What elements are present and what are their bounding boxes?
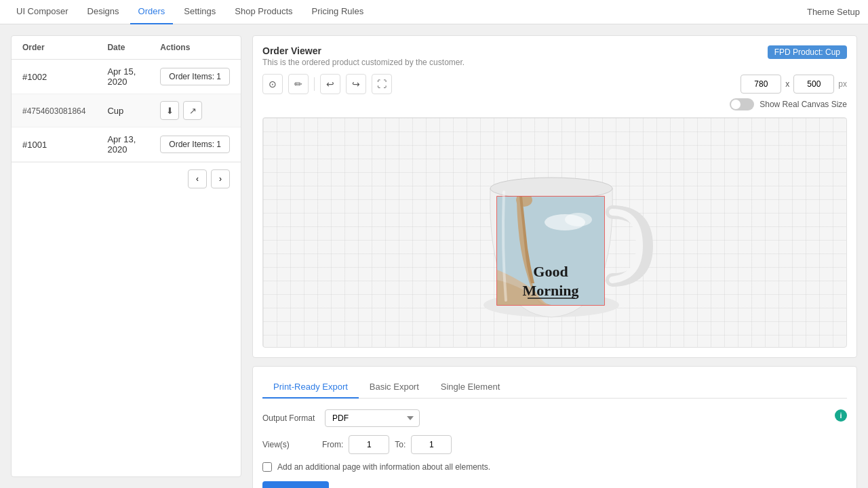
export-form: Output Format PDF PNG JPEG SVG View(s) F… xyxy=(262,409,829,488)
nav-item-shop-products[interactable]: Shop Products xyxy=(226,0,300,24)
table-row: #1002 Apr 15, 2020 Order Items: 1 xyxy=(12,60,241,94)
svg-point-5 xyxy=(565,213,592,226)
col-order: Order xyxy=(12,36,96,60)
order-date-1001: Apr 13, 2020 xyxy=(96,127,149,162)
undo-button[interactable]: ↩ xyxy=(320,74,340,94)
sub-row-download-button[interactable]: ⬇ xyxy=(160,101,179,120)
pagination: ‹ › xyxy=(12,162,241,195)
tab-print-ready[interactable]: Print-Ready Export xyxy=(262,376,359,399)
undo-icon: ↩ xyxy=(326,79,334,89)
order-action-1002: Order Items: 1 xyxy=(149,60,241,94)
output-format-select[interactable]: PDF PNG JPEG SVG xyxy=(325,409,420,427)
mug-container: Good Morning xyxy=(446,134,663,331)
canvas-size-inputs: x px xyxy=(741,75,847,94)
nav-item-orders[interactable]: Orders xyxy=(130,0,174,24)
views-row: View(s) From: To: xyxy=(262,435,829,454)
order-date-1002: Apr 15, 2020 xyxy=(96,60,149,94)
fullscreen-icon: ⛶ xyxy=(377,79,387,89)
mug-illustration: Good Morning xyxy=(446,134,663,331)
additional-page-checkbox[interactable] xyxy=(262,462,272,472)
fullscreen-button[interactable]: ⛶ xyxy=(372,74,392,94)
viewer-subtitle: This is the ordered product customized b… xyxy=(262,58,465,67)
redo-button[interactable]: ↪ xyxy=(346,74,366,94)
export-content-row: Output Format PDF PNG JPEG SVG View(s) F… xyxy=(262,409,847,488)
real-canvas-label: Show Real Canvas Size xyxy=(760,100,847,109)
share-icon: ↗ xyxy=(189,106,197,116)
canvas-area: Good Morning xyxy=(262,117,847,348)
right-panel: Order Viewer This is the ordered product… xyxy=(252,35,857,477)
top-nav: UI Composer Designs Orders Settings Shop… xyxy=(0,0,868,24)
svg-text:Morning: Morning xyxy=(522,282,578,299)
order-id-1002: #1002 xyxy=(12,60,96,94)
sub-row-id: #4754603081864 xyxy=(12,94,96,127)
viewer-header: Order Viewer This is the ordered product… xyxy=(262,45,847,67)
additional-page-label: Add an additional page with information … xyxy=(277,462,490,472)
canvas-height-input[interactable] xyxy=(793,75,834,94)
pencil-icon: ✏ xyxy=(294,79,302,89)
order-viewer: Order Viewer This is the ordered product… xyxy=(252,35,857,358)
nav-item-ui-composer[interactable]: UI Composer xyxy=(8,0,77,24)
select-tool-button[interactable]: ⊙ xyxy=(262,74,283,94)
order-items-button-1002[interactable]: Order Items: 1 xyxy=(160,68,230,85)
sub-row-actions-cell: ⬇ ↗ xyxy=(149,94,241,127)
canvas-size-toggle-row: Show Real Canvas Size xyxy=(262,98,847,110)
views-label: View(s) xyxy=(262,440,317,449)
order-items-button-1001[interactable]: Order Items: 1 xyxy=(160,136,230,153)
svg-point-1 xyxy=(490,178,612,199)
nav-item-pricing-rules[interactable]: Pricing Rules xyxy=(304,0,372,24)
nav-item-settings[interactable]: Settings xyxy=(176,0,224,24)
redo-icon: ↪ xyxy=(352,79,360,89)
main-layout: Order Date Actions #1002 Apr 15, 2020 Or… xyxy=(0,24,868,488)
orders-panel: Order Date Actions #1002 Apr 15, 2020 Or… xyxy=(11,35,241,477)
sub-row-product: Cup xyxy=(96,94,149,127)
order-action-1001: Order Items: 1 xyxy=(149,127,241,162)
viewer-title-group: Order Viewer This is the ordered product… xyxy=(262,45,465,67)
col-date: Date xyxy=(96,36,149,60)
from-label: From: xyxy=(322,440,343,449)
export-tabs: Print-Ready Export Basic Export Single E… xyxy=(262,376,847,399)
size-separator: x xyxy=(785,79,789,89)
toggle-knob xyxy=(731,100,741,109)
from-value-input[interactable] xyxy=(349,435,389,454)
to-value-input[interactable] xyxy=(411,435,452,454)
toolbar-divider xyxy=(314,77,315,91)
download-icon: ⬇ xyxy=(166,106,174,116)
viewer-title: Order Viewer xyxy=(262,45,465,56)
info-icon[interactable]: i xyxy=(835,409,847,422)
orders-table: Order Date Actions #1002 Apr 15, 2020 Or… xyxy=(12,36,241,162)
svg-text:Good: Good xyxy=(533,263,568,280)
nav-item-designs[interactable]: Designs xyxy=(79,0,127,24)
output-format-row: Output Format PDF PNG JPEG SVG xyxy=(262,409,829,427)
prev-page-button[interactable]: ‹ xyxy=(188,169,207,188)
real-canvas-toggle[interactable] xyxy=(730,98,754,110)
sub-row-share-button[interactable]: ↗ xyxy=(183,101,202,120)
select-icon: ⊙ xyxy=(269,79,277,89)
canvas-width-input[interactable] xyxy=(741,75,781,94)
to-label: To: xyxy=(395,440,406,449)
tab-basic-export[interactable]: Basic Export xyxy=(359,376,430,399)
order-id-1001: #1001 xyxy=(12,127,96,162)
table-row: #1001 Apr 13, 2020 Order Items: 1 xyxy=(12,127,241,162)
size-unit: px xyxy=(838,79,847,89)
fpd-product-badge: FPD Product: Cup xyxy=(768,45,847,59)
theme-setup-link[interactable]: Theme Setup xyxy=(807,7,860,17)
next-page-button[interactable]: › xyxy=(211,169,230,188)
col-actions: Actions xyxy=(149,36,241,60)
table-row-sub: #4754603081864 Cup ⬇ ↗ xyxy=(12,94,241,127)
output-format-label: Output Format xyxy=(262,413,317,423)
viewer-toolbar: ⊙ ✏ ↩ ↪ ⛶ x px xyxy=(262,74,847,94)
export-panel: Print-Ready Export Basic Export Single E… xyxy=(252,366,857,488)
checkbox-row: Add an additional page with information … xyxy=(262,462,829,472)
edit-tool-button[interactable]: ✏ xyxy=(288,74,309,94)
download-button[interactable]: Download xyxy=(262,481,329,488)
tab-single-element[interactable]: Single Element xyxy=(430,376,511,399)
